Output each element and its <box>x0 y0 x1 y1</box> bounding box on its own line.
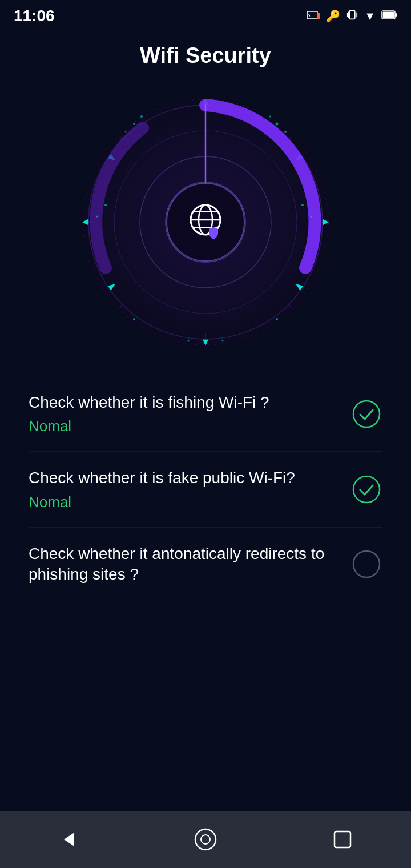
check-item-phishing-redirect: Check whether it antonatically redirects… <box>29 528 382 601</box>
svg-point-41 <box>284 131 287 133</box>
svg-rect-9 <box>395 13 397 17</box>
check-icon-fishing <box>350 398 382 430</box>
check-label-phishing-redirect: Check whether it antonatically redirects… <box>29 544 339 585</box>
svg-point-47 <box>311 216 312 218</box>
svg-point-49 <box>96 216 98 218</box>
svg-point-56 <box>353 476 380 503</box>
svg-rect-0 <box>307 11 317 19</box>
svg-point-51 <box>133 318 135 320</box>
status-bar: 11:06 🔑 ▼ <box>0 0 411 32</box>
svg-point-43 <box>133 123 135 125</box>
check-text-fishing: Check whether it is fishing Wi-Fi ? Noma… <box>29 392 350 435</box>
page-title: Wifi Security <box>0 43 411 68</box>
nav-home-button[interactable] <box>188 822 223 857</box>
svg-point-42 <box>269 116 271 118</box>
svg-point-55 <box>353 401 380 427</box>
check-label-fake-public: Check whether it is fake public Wi-Fi? <box>29 468 339 488</box>
check-item-fake-public: Check whether it is fake public Wi-Fi? N… <box>29 452 382 527</box>
svg-point-54 <box>222 340 224 342</box>
check-icon-fake-public <box>350 473 382 505</box>
nav-recents-button[interactable] <box>325 822 360 857</box>
svg-point-59 <box>195 829 216 850</box>
status-time: 11:06 <box>14 7 55 25</box>
page-header: Wifi Security <box>0 32 411 74</box>
svg-point-52 <box>204 341 207 343</box>
svg-rect-61 <box>335 831 350 847</box>
check-icon-phishing-redirect <box>350 548 382 580</box>
svg-rect-1 <box>317 13 320 19</box>
check-item-fishing: Check whether it is fishing Wi-Fi ? Noma… <box>29 376 382 452</box>
check-label-fishing: Check whether it is fishing Wi-Fi ? <box>29 392 339 413</box>
svg-point-45 <box>140 115 143 118</box>
radar-visualization <box>74 91 337 353</box>
key-icon: 🔑 <box>326 9 340 23</box>
check-status-fishing: Nomal <box>29 417 339 435</box>
check-text-fake-public: Check whether it is fake public Wi-Fi? N… <box>29 468 350 511</box>
svg-marker-58 <box>64 833 74 846</box>
svg-point-53 <box>188 340 190 342</box>
svg-rect-2 <box>350 10 355 19</box>
svg-point-60 <box>201 835 210 844</box>
svg-rect-8 <box>383 11 394 18</box>
checks-container: Check whether it is fishing Wi-Fi ? Noma… <box>0 365 411 811</box>
cast-icon <box>307 8 320 25</box>
svg-point-50 <box>276 318 278 320</box>
status-icons: 🔑 ▼ <box>307 8 397 25</box>
svg-point-40 <box>276 123 279 126</box>
nav-back-button[interactable] <box>51 822 86 857</box>
svg-point-46 <box>301 204 304 206</box>
nav-bar <box>0 811 411 868</box>
check-status-fake-public: Nomal <box>29 493 339 511</box>
check-text-phishing-redirect: Check whether it antonatically redirects… <box>29 544 350 585</box>
radar-container <box>0 74 411 365</box>
svg-point-44 <box>125 131 127 133</box>
svg-point-57 <box>353 551 380 577</box>
wifi-icon: ▼ <box>364 10 376 23</box>
vibrate-icon <box>346 9 358 24</box>
svg-point-48 <box>104 204 107 206</box>
battery-icon <box>381 10 397 23</box>
